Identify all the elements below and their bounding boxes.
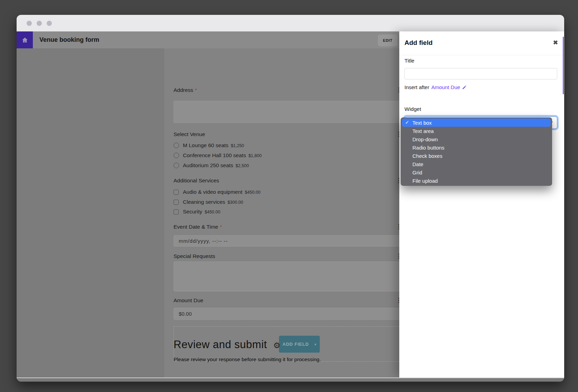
widget-option[interactable]: Check boxes: [402, 152, 551, 160]
radio-icon[interactable]: [174, 163, 179, 168]
window-control-dot[interactable]: [47, 21, 52, 26]
option-price: $1,800: [249, 153, 262, 158]
review-section-note: Please review your response before submi…: [174, 356, 321, 362]
option-price: $300.00: [227, 199, 243, 205]
datetime-input[interactable]: mm/dd/yyyy, --:-- --: [174, 235, 437, 247]
special-requests-label: Special Requests: [174, 253, 215, 259]
widget-options-popup: ✓ Text box Text area Drop-down Radio but…: [401, 117, 552, 186]
panel-scrollbar-thumb[interactable]: [563, 37, 564, 94]
required-marker: *: [195, 87, 197, 93]
checkbox-icon[interactable]: [174, 209, 179, 214]
window-control-dot[interactable]: [27, 21, 32, 26]
edit-pencil-icon[interactable]: [462, 85, 467, 90]
services-field-label: Additional Services: [174, 178, 219, 184]
widget-option[interactable]: Grid: [402, 168, 551, 176]
widget-option[interactable]: Date: [402, 160, 551, 168]
amount-due-label: Amount Due: [174, 297, 203, 304]
amount-due-input[interactable]: $0.00: [174, 308, 437, 320]
form-card: Address* ⋮ Select Venue ⋮ M Lounge 60 se…: [164, 48, 437, 377]
datetime-field-label: Event Date & Time*: [174, 224, 222, 230]
venue-option-row[interactable]: M Lounge 60 seats $1,250: [174, 142, 244, 149]
window-bottom-strip: [17, 377, 564, 382]
required-marker: *: [220, 224, 222, 230]
option-price: $450.00: [205, 209, 220, 214]
gear-icon[interactable]: ⚙: [273, 340, 280, 350]
page-title: Venue booking form: [39, 31, 99, 48]
radio-icon[interactable]: [174, 143, 179, 148]
option-price: $2,500: [236, 163, 249, 168]
widget-field-label: Widget: [404, 106, 421, 112]
address-field-label: Address*: [174, 87, 197, 93]
window-control-dot[interactable]: [37, 21, 42, 26]
edit-button[interactable]: EDIT: [378, 35, 398, 46]
home-button[interactable]: [17, 31, 33, 48]
panel-title: Add field: [404, 39, 432, 47]
venue-option-row[interactable]: Conference Hall 100 seats $1,800: [174, 152, 262, 159]
review-section-heading: Review and submit ⚙: [174, 338, 280, 351]
checkbox-icon[interactable]: [174, 200, 179, 205]
address-textarea[interactable]: [174, 101, 437, 123]
title-field-label: Title: [404, 58, 414, 64]
home-icon: [21, 36, 29, 44]
special-requests-textarea[interactable]: [174, 261, 437, 291]
option-price: $1,250: [231, 143, 244, 148]
service-option-row[interactable]: Security $450.00: [174, 208, 220, 216]
widget-option[interactable]: Radio buttons: [402, 143, 551, 152]
panel-header: Add field ✖: [399, 31, 564, 55]
venue-option-row[interactable]: Auditorium 250 seats $2,500: [174, 162, 249, 169]
insert-after-row: Insert after Amount Due: [404, 84, 467, 90]
option-price: $450.00: [245, 189, 260, 195]
venue-field-label: Select Venue: [174, 131, 205, 137]
title-input[interactable]: [404, 68, 557, 79]
caret-down-icon: ▾: [315, 342, 317, 347]
widget-option[interactable]: Drop-down: [402, 135, 551, 143]
check-icon: ✓: [405, 119, 409, 125]
checkbox-icon[interactable]: [174, 190, 179, 195]
window-chrome: [17, 15, 564, 31]
browser-window: Venue booking form EDIT Address* ⋮ Selec…: [17, 15, 564, 382]
widget-option-selected[interactable]: ✓ Text box: [402, 118, 551, 127]
widget-option[interactable]: Text area: [402, 127, 551, 135]
radio-icon[interactable]: [174, 153, 179, 158]
add-field-panel: Add field ✖ Title Insert after Amount Du…: [399, 31, 564, 377]
close-icon[interactable]: ✖: [553, 39, 558, 46]
service-option-row[interactable]: Cleaning services $300.00: [174, 198, 243, 206]
widget-option[interactable]: File upload: [402, 176, 551, 185]
add-field-button[interactable]: ADD FIELD ▾: [279, 336, 320, 353]
service-option-row[interactable]: Audio & video equipment $450.00: [174, 188, 261, 196]
insert-after-link[interactable]: Amount Due: [431, 84, 460, 90]
